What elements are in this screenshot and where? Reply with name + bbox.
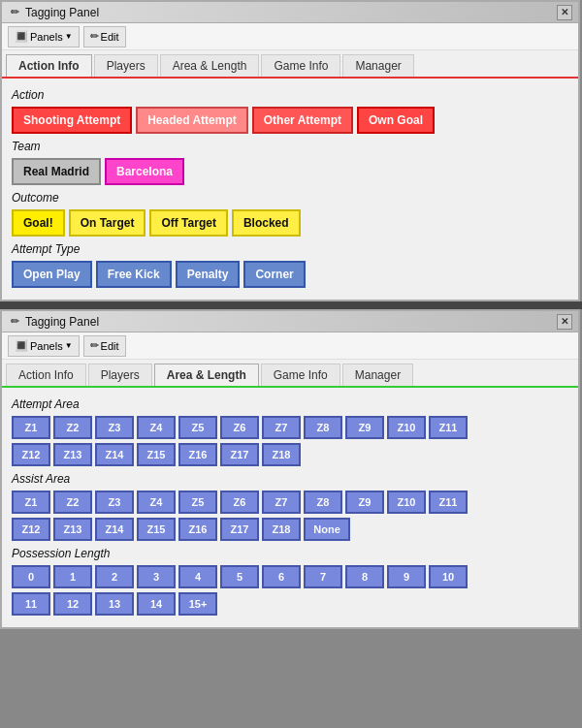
poss-4[interactable]: 4 bbox=[178, 565, 217, 588]
attempt-z12[interactable]: Z12 bbox=[12, 443, 50, 466]
assist-z13[interactable]: Z13 bbox=[53, 518, 92, 541]
poss-10[interactable]: 10 bbox=[429, 565, 468, 588]
action-label: Action bbox=[12, 88, 568, 102]
tab-area-length-1[interactable]: Area & Length bbox=[160, 54, 260, 77]
open-play-btn[interactable]: Open Play bbox=[12, 261, 92, 288]
tab-action-info-1[interactable]: Action Info bbox=[6, 54, 92, 77]
off-target-btn[interactable]: Off Target bbox=[149, 209, 227, 237]
assist-z15[interactable]: Z15 bbox=[137, 518, 176, 541]
assist-z7[interactable]: Z7 bbox=[262, 491, 301, 514]
tab-game-info-2[interactable]: Game Info bbox=[261, 364, 340, 386]
tab-manager-2[interactable]: Manager bbox=[342, 364, 413, 386]
blocked-btn[interactable]: Blocked bbox=[232, 209, 301, 237]
attempt-z1[interactable]: Z1 bbox=[12, 416, 50, 439]
attempt-z5[interactable]: Z5 bbox=[178, 416, 217, 439]
tabs-1: Action Info Players Area & Length Game I… bbox=[2, 50, 578, 79]
shooting-attempt-btn[interactable]: Shooting Attempt bbox=[12, 107, 132, 134]
other-attempt-btn[interactable]: Other Attempt bbox=[252, 107, 353, 134]
assist-area-row2: Z12 Z13 Z14 Z15 Z16 Z17 Z18 None bbox=[12, 518, 568, 541]
poss-3[interactable]: 3 bbox=[137, 565, 176, 588]
pencil-icon-2: ✏ bbox=[8, 315, 21, 329]
assist-z5[interactable]: Z5 bbox=[178, 491, 217, 514]
attempt-z17[interactable]: Z17 bbox=[220, 443, 259, 466]
poss-11[interactable]: 11 bbox=[12, 592, 50, 616]
panels-button-2[interactable]: 🔳 Panels ▼ bbox=[8, 335, 80, 357]
poss-0[interactable]: 0 bbox=[12, 565, 50, 588]
goal-btn[interactable]: Goal! bbox=[12, 209, 65, 237]
assist-z8[interactable]: Z8 bbox=[304, 491, 342, 514]
attempt-z14[interactable]: Z14 bbox=[95, 443, 134, 466]
assist-z11[interactable]: Z11 bbox=[429, 491, 468, 514]
team-label: Team bbox=[12, 140, 568, 153]
attempt-z3[interactable]: Z3 bbox=[95, 416, 134, 439]
poss-2[interactable]: 2 bbox=[95, 565, 134, 588]
assist-z17[interactable]: Z17 bbox=[220, 518, 259, 541]
assist-z16[interactable]: Z16 bbox=[178, 518, 217, 541]
tab-manager-1[interactable]: Manager bbox=[342, 54, 413, 77]
free-kick-btn[interactable]: Free Kick bbox=[96, 261, 172, 288]
assist-z14[interactable]: Z14 bbox=[95, 518, 134, 541]
real-madrid-btn[interactable]: Real Madrid bbox=[12, 158, 101, 185]
poss-6[interactable]: 6 bbox=[262, 565, 301, 588]
tab-area-length-2[interactable]: Area & Length bbox=[154, 364, 259, 386]
attempt-z4[interactable]: Z4 bbox=[137, 416, 176, 439]
attempt-z15[interactable]: Z15 bbox=[137, 443, 176, 466]
tab-game-info-1[interactable]: Game Info bbox=[261, 54, 340, 77]
title-bar-left-2: ✏ Tagging Panel bbox=[8, 315, 99, 329]
attempt-area-row2: Z12 Z13 Z14 Z15 Z16 Z17 Z18 bbox=[12, 443, 568, 466]
edit-button-1[interactable]: ✏ Edit bbox=[83, 26, 126, 47]
assist-z12[interactable]: Z12 bbox=[12, 518, 50, 541]
barcelona-btn[interactable]: Barcelona bbox=[105, 158, 184, 185]
poss-5[interactable]: 5 bbox=[220, 565, 259, 588]
attempt-area-label: Attempt Area bbox=[12, 397, 568, 411]
action-btn-row: Shooting Attempt Headed Attempt Other At… bbox=[12, 107, 568, 134]
poss-9[interactable]: 9 bbox=[387, 565, 426, 588]
assist-z6[interactable]: Z6 bbox=[220, 491, 259, 514]
poss-8[interactable]: 8 bbox=[345, 565, 384, 588]
assist-z4[interactable]: Z4 bbox=[137, 491, 176, 514]
corner-btn[interactable]: Corner bbox=[243, 261, 305, 288]
assist-none[interactable]: None bbox=[304, 518, 350, 541]
edit-icon-1: ✏ bbox=[90, 30, 99, 43]
attempt-z13[interactable]: Z13 bbox=[53, 443, 92, 466]
poss-12[interactable]: 12 bbox=[53, 592, 92, 616]
attempt-type-btn-row: Open Play Free Kick Penalty Corner bbox=[12, 261, 568, 288]
on-target-btn[interactable]: On Target bbox=[69, 209, 146, 237]
outcome-label: Outcome bbox=[12, 191, 568, 205]
assist-z18[interactable]: Z18 bbox=[262, 518, 301, 541]
attempt-z11[interactable]: Z11 bbox=[429, 416, 468, 439]
tab-players-2[interactable]: Players bbox=[88, 364, 152, 386]
headed-attempt-btn[interactable]: Headed Attempt bbox=[136, 107, 248, 134]
title-bar-left-1: ✏ Tagging Panel bbox=[8, 6, 99, 19]
assist-area-row1: Z1 Z2 Z3 Z4 Z5 Z6 Z7 Z8 Z9 Z10 Z11 bbox=[12, 491, 568, 514]
attempt-z2[interactable]: Z2 bbox=[53, 416, 92, 439]
poss-15plus[interactable]: 15+ bbox=[178, 592, 217, 616]
tab-players-1[interactable]: Players bbox=[94, 54, 158, 77]
attempt-z18[interactable]: Z18 bbox=[262, 443, 301, 466]
edit-label-2: Edit bbox=[101, 340, 119, 352]
toolbar-1: 🔳 Panels ▼ ✏ Edit bbox=[2, 23, 578, 50]
attempt-z16[interactable]: Z16 bbox=[178, 443, 217, 466]
assist-z10[interactable]: Z10 bbox=[387, 491, 426, 514]
poss-1[interactable]: 1 bbox=[53, 565, 92, 588]
assist-z2[interactable]: Z2 bbox=[53, 491, 92, 514]
penalty-btn[interactable]: Penalty bbox=[176, 261, 241, 288]
attempt-z10[interactable]: Z10 bbox=[387, 416, 426, 439]
assist-z1[interactable]: Z1 bbox=[12, 491, 50, 514]
tab-action-info-2[interactable]: Action Info bbox=[6, 364, 86, 386]
attempt-z8[interactable]: Z8 bbox=[304, 416, 342, 439]
assist-z3[interactable]: Z3 bbox=[95, 491, 134, 514]
close-button-2[interactable]: ✕ bbox=[557, 314, 572, 330]
poss-7[interactable]: 7 bbox=[304, 565, 342, 588]
poss-13[interactable]: 13 bbox=[95, 592, 134, 616]
attempt-z7[interactable]: Z7 bbox=[262, 416, 301, 439]
close-button-1[interactable]: ✕ bbox=[557, 5, 572, 20]
attempt-z9[interactable]: Z9 bbox=[345, 416, 384, 439]
own-goal-btn[interactable]: Own Goal bbox=[357, 107, 435, 134]
edit-button-2[interactable]: ✏ Edit bbox=[83, 335, 126, 357]
attempt-z6[interactable]: Z6 bbox=[220, 416, 259, 439]
panel-2-content: Attempt Area Z1 Z2 Z3 Z4 Z5 Z6 Z7 Z8 Z9 … bbox=[2, 388, 578, 627]
poss-14[interactable]: 14 bbox=[137, 592, 176, 616]
assist-z9[interactable]: Z9 bbox=[345, 491, 384, 514]
panels-button-1[interactable]: 🔳 Panels ▼ bbox=[8, 26, 80, 47]
